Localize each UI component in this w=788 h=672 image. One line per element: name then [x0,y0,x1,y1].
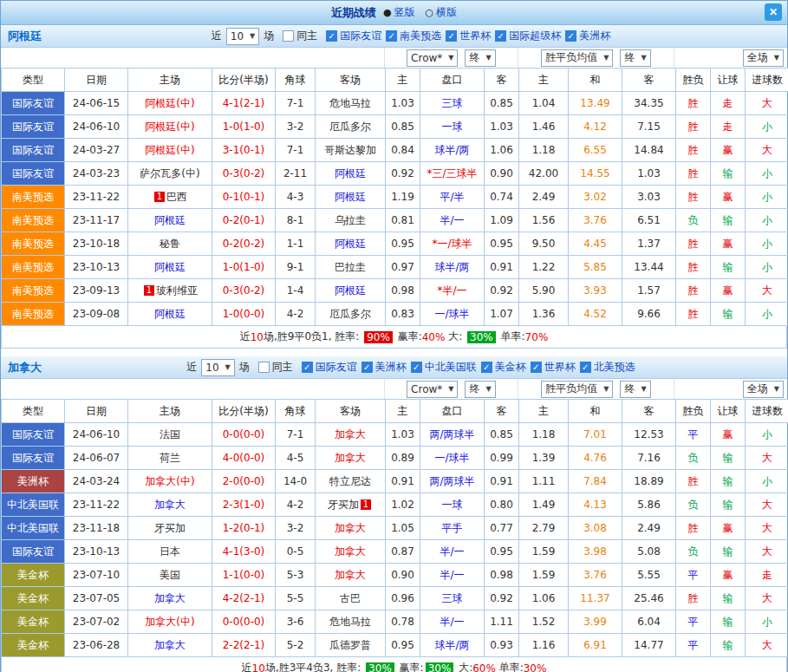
result-cell: 平 [676,610,711,634]
competition-filter[interactable]: ✓国际友谊 [326,29,381,43]
competition-filter[interactable]: ✓国际超级杯 [495,29,561,43]
odds-time-select[interactable]: 终 ▼ [620,381,650,398]
checkbox-checked-icon: ✓ [386,30,397,42]
draw-cell: 14.55 [569,162,622,186]
column-header-goals: 进球数 [746,69,788,92]
score-cell: 1-0(0-0) [212,303,276,326]
a_odds-cell: 0.92 [485,279,519,303]
away-text: 乌拉圭 [335,214,366,226]
bookmaker-time-select[interactable]: 终 ▼ [465,381,495,398]
ah-cell: 输 [711,303,746,326]
handicap-cell: 一球 [420,493,485,517]
checkbox-checked-icon: ✓ [481,362,492,373]
lose-cell: 13.44 [622,256,676,279]
corner-cell: 0-5 [276,540,316,564]
date-cell: 23-10-13 [65,540,128,564]
ah-text: 输 [723,616,733,628]
corner-cell: 1-1 [276,232,316,256]
date-cell: 23-07-10 [65,564,128,587]
red-card-badge: 1 [144,285,154,296]
bookmaker-select[interactable]: Crow* ▼ [407,49,458,67]
match-row: 国际友谊24-06-10法国0-0(0-0)7-1加拿大1.03两/两球半0.8… [2,423,788,447]
result-text: 胜 [688,522,699,534]
result-text: 胜 [688,238,699,250]
goals-cell: 小 [746,232,788,256]
close-button[interactable]: ✕ [765,3,782,21]
competition-filter[interactable]: ✓南美预选 [386,29,441,43]
ah-cell: 输 [711,470,746,493]
result-text: 平 [688,616,699,628]
recent-count-select[interactable]: 10 ▼ [226,28,259,45]
odds-type-select[interactable]: 胜平负均值 ▼ [541,49,613,67]
ah-cell: 走 [711,115,746,139]
date-cell: 23-11-22 [65,493,128,517]
competition-filter[interactable]: ✓中北美国联 [411,360,477,375]
competition-label: 美金杯 [495,360,526,375]
checkbox-checked-icon: ✓ [531,362,542,373]
draw-cell: 4.12 [569,115,622,139]
h_odds-cell: 0.84 [386,139,420,162]
odds-controls: 胜平负均值 ▼ 终 ▼ [518,48,674,68]
score-cell: 4-1(2-1) [212,92,276,115]
view-radio-vertical[interactable]: ● 竖版 [383,5,415,20]
a_odds-cell: 1.09 [485,209,519,232]
goals-text: 小 [762,167,772,179]
score-cell: 0-0(0-0) [212,610,276,634]
goals-text: 大 [762,284,772,297]
h_odds-cell: 0.97 [386,256,420,279]
competition-filter[interactable]: ✓美金杯 [481,360,526,375]
a_odds-cell: 0.91 [485,256,519,279]
goals-cell: 小 [746,423,788,447]
scope-select[interactable]: 全场 ▼ [743,381,784,398]
recent-count-select[interactable]: 10 ▼ [201,359,234,376]
competition-filter[interactable]: ✓北美预选 [580,360,635,375]
win-cell: 1.52 [519,610,569,634]
goals-cell: 大 [746,139,788,162]
scope-select[interactable]: 全场 ▼ [743,49,784,67]
lose-cell: 5.86 [622,493,676,517]
home-cell: 阿根廷 [128,303,212,326]
competition-filter[interactable]: ✓美洲杯 [565,29,610,43]
bookmaker-time-select[interactable]: 终 ▼ [465,49,495,67]
draw-cell: 4.13 [569,493,622,517]
same-home-filter[interactable]: 同主 [283,29,317,43]
result-cell: 平 [676,423,711,447]
type-cell: 南美预选 [2,186,65,209]
result-cell: 胜 [676,279,711,303]
result-cell: 胜 [676,517,711,540]
handicap-text: 球半/两 [434,639,469,651]
checkbox-unchecked-icon [283,30,294,42]
away-cell: 瓜德罗普 [316,634,386,657]
competition-filter[interactable]: ✓国际友谊 [302,360,357,375]
view-radio-horizontal[interactable]: ○ 横版 [426,5,458,20]
odds-time-select[interactable]: 终 ▼ [620,49,650,67]
draw-cell: 11.37 [569,587,622,610]
score-cell: 0-1(0-1) [212,186,276,209]
away-text: 阿根廷 [335,284,366,297]
win-cell: 5.90 [519,279,569,303]
bookmaker-select[interactable]: Crow* ▼ [407,381,458,398]
summary-text: 近 [240,329,251,344]
summary-badge: 30% [426,662,454,672]
odds-type-select[interactable]: 胜平负均值 ▼ [541,381,613,398]
match-row: 南美预选23-10-13阿根廷1-0(1-0)9-1巴拉圭0.97球半/两0.9… [2,256,788,279]
ah-text: 赢 [723,428,733,440]
home-text: 美国 [160,569,180,581]
away-cell: 古巴 [316,587,386,610]
goals-cell: 小 [746,115,788,139]
away-cell: 牙买加1 [316,493,386,517]
handicap-cell: 两/两球半 [420,470,485,493]
match-row: 国际友谊24-03-27阿根廷(中)3-1(0-1)7-1哥斯达黎加0.84球半… [2,139,788,162]
away-text: 阿根廷 [335,167,366,179]
competition-filter[interactable]: ✓世界杯 [531,360,576,375]
competition-filter[interactable]: ✓世界杯 [446,29,491,43]
score-cell: 1-2(0-1) [212,517,276,540]
win-cell: 1.39 [519,447,569,470]
bookmaker-value: Crow* [411,383,442,395]
competition-filter[interactable]: ✓美洲杯 [361,360,407,375]
score-cell: 3-1(0-1) [212,139,276,162]
a_odds-cell: 0.85 [485,92,519,115]
home-cell: 1玻利维亚 [128,279,212,303]
same-home-filter[interactable]: 同主 [258,360,293,375]
h_odds-cell: 0.83 [386,303,420,326]
